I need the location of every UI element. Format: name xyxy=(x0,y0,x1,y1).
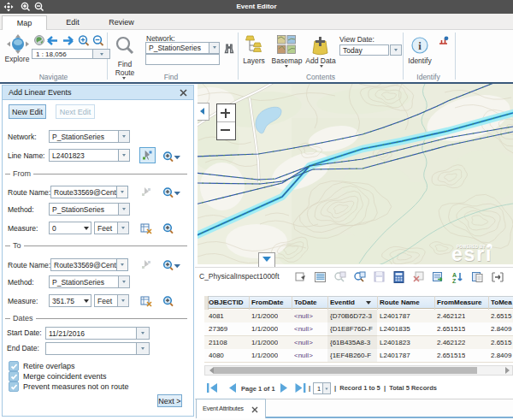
svg-text:esri: esri xyxy=(451,243,492,264)
svg-text:Page 1 of 1: Page 1 of 1 xyxy=(241,385,275,393)
svg-text:i: i xyxy=(418,39,422,52)
svg-text:A: A xyxy=(452,272,457,278)
svg-text:Z: Z xyxy=(452,278,457,284)
